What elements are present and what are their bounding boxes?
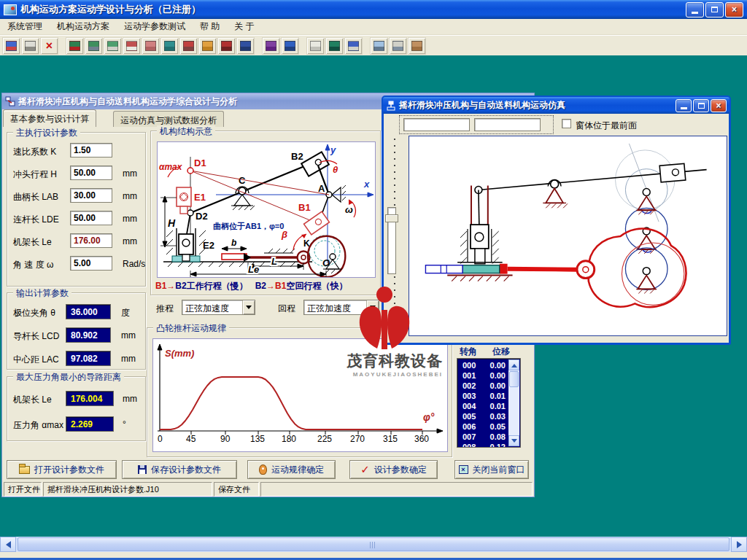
sim-minimize-button[interactable] [676, 99, 692, 112]
sim-readout-field-2[interactable] [474, 118, 541, 131]
speed-trackbar-thumb[interactable] [385, 214, 398, 222]
punch-head [475, 249, 485, 264]
menu-mechanism-scheme[interactable]: 机构运动方案 [50, 18, 117, 35]
legend-arrow: → [166, 281, 175, 291]
param-input-lde[interactable] [70, 211, 112, 225]
return-stroke-combo[interactable]: 正弦加速度 [303, 300, 379, 315]
print-button[interactable] [21, 37, 39, 55]
floppy-disk-icon [138, 465, 147, 474]
screen: { "window": { "title": "机构运动方案运动学设计与分析（已… [0, 0, 747, 560]
param-input-omega[interactable] [70, 256, 112, 271]
scrollbar-thumb[interactable] [18, 537, 729, 551]
mech-gear-blue-button[interactable] [236, 37, 255, 55]
listbox-scrollbar[interactable] [508, 359, 519, 446]
legend-b2: B2 [255, 281, 266, 291]
close-current-window-button[interactable]: × 关闭当前窗口 [454, 460, 529, 479]
tab-simulation-analysis[interactable]: 运动仿真与测试数据分析 [113, 111, 224, 127]
save-params-button[interactable]: 保存设计参数文件 [122, 460, 237, 479]
book-button[interactable] [262, 37, 280, 55]
sim-maximize-button[interactable] [693, 99, 709, 112]
param-input-h[interactable] [70, 166, 112, 180]
monitor-green-button[interactable] [325, 37, 344, 55]
menu-help[interactable]: 帮 助 [193, 18, 227, 35]
brand-watermark: 茂育科教设备 MAOYUKEJIAOSHEBEI [347, 351, 443, 378]
confirm-params-button[interactable]: ✓ 设计参数确定 [349, 460, 438, 479]
group-outputs-title: 输出计算参数 [13, 287, 71, 300]
mech-slider-icon [88, 41, 99, 51]
group-pressure: 最大压力角最小的导路距离 机架长 Le 176.004 mm 压力角 αmax … [7, 376, 146, 441]
param-label: 机架长 Le [13, 236, 52, 249]
output-theta: 36.000 [66, 304, 111, 319]
menu-about[interactable]: 关 于 [227, 18, 261, 35]
displacement-listbox[interactable]: 0000.00 0010.00 0020.00 0030.01 0040.01 … [457, 358, 521, 448]
menu-system[interactable]: 系统管理 [0, 18, 50, 35]
mechanism-diagram: x y E2 [158, 142, 375, 277]
group-diagram-title: 机构结构示意 [157, 125, 215, 138]
open-folder-icon [19, 466, 30, 474]
restore-button[interactable] [705, 2, 724, 18]
chevron-down-icon[interactable] [366, 300, 379, 314]
mech-gear-red-button[interactable] [217, 37, 236, 55]
project-list-button[interactable] [2, 37, 20, 55]
push-stroke-combo[interactable]: 正弦加速度 [182, 300, 255, 315]
param-input-k[interactable] [70, 143, 112, 158]
scroll-right-icon[interactable] [731, 537, 747, 552]
feed-pusher [462, 265, 500, 273]
scroll-down-icon[interactable] [508, 435, 519, 446]
design-window-title: 摇杆滑块冲压机构与自动送料机构运动学综合设计与分析 [18, 96, 237, 108]
minimize-button[interactable] [686, 2, 704, 18]
group-main-params: 主执行设计参数 速比系数 K 冲头行程 H mm 曲柄长 LAB mm 连杆长 … [7, 132, 146, 287]
table-header-displacement: 位移 [492, 346, 510, 358]
computer-button[interactable] [370, 37, 388, 55]
sim-readout-field-1[interactable] [403, 118, 470, 131]
mech-slider-button[interactable] [85, 37, 103, 55]
topmost-checkbox[interactable] [562, 119, 571, 128]
confirm-motion-law-button[interactable]: 运动规律确定 [247, 460, 336, 479]
rod-head [500, 264, 508, 274]
output-lac: 97.082 [66, 351, 111, 366]
param-label: 连杆长 LDE [13, 214, 59, 226]
chart-ylabel: S(mm) [165, 348, 194, 359]
simulation-titlebar[interactable]: 摇杆滑块冲压机构与自动送料机构运动仿真 × [383, 97, 729, 114]
open-params-button[interactable]: 打开设计参数文件 [7, 460, 117, 479]
clipboard-button[interactable] [408, 37, 426, 55]
scrollbar-thumb[interactable] [509, 371, 519, 387]
close-button[interactable]: × [725, 2, 743, 18]
calculator-button[interactable] [389, 37, 407, 55]
group-pressure-title: 最大压力角最小的导路距离 [13, 371, 124, 384]
mech-linkage-red-button[interactable] [142, 37, 160, 55]
mech-cam-button[interactable] [198, 37, 217, 55]
mech-press-button[interactable] [123, 37, 141, 55]
horizontal-scrollbar[interactable] [0, 537, 747, 552]
simulation-window-icon [386, 101, 396, 111]
label-h: H [168, 217, 176, 229]
maximize-icon [698, 103, 705, 109]
param-input-lab[interactable] [70, 188, 112, 203]
minimize-icon [681, 107, 687, 109]
param-input-le[interactable] [70, 233, 112, 248]
mech-linkage-teal-button[interactable] [160, 37, 179, 55]
scroll-up-icon[interactable] [508, 359, 519, 370]
delete-button[interactable]: × [40, 37, 58, 55]
menu-kinematic-test[interactable]: 运动学参数测试 [117, 18, 193, 35]
block-b1 [304, 211, 330, 235]
mech-tilt-block-button[interactable] [104, 37, 122, 55]
mech-guide-crank-button[interactable] [66, 37, 84, 55]
mech-punch-button[interactable] [179, 37, 198, 55]
chart-monitor-button[interactable] [281, 37, 299, 55]
brand-name-en: MAOYUKEJIAOSHEBEI [347, 371, 443, 378]
scroll-left-icon[interactable] [0, 537, 16, 552]
tab-basic-params[interactable]: 基本参数与设计计算 [3, 109, 96, 127]
monitor-list-button[interactable] [344, 37, 363, 55]
menubar: 系统管理 机构运动方案 运动学参数测试 帮 助 关 于 [0, 19, 747, 35]
label-b1: B1 [298, 202, 311, 213]
joint-d2 [187, 210, 193, 216]
block-b2 [301, 152, 329, 176]
fixed-support-top-right [636, 188, 657, 214]
chevron-down-icon[interactable] [242, 300, 255, 314]
doc-edit-button[interactable] [306, 37, 325, 55]
label-b: b [231, 238, 236, 248]
book-icon [266, 41, 276, 51]
mech-linkage-teal-icon [164, 41, 175, 51]
sim-close-button[interactable]: × [711, 99, 727, 112]
